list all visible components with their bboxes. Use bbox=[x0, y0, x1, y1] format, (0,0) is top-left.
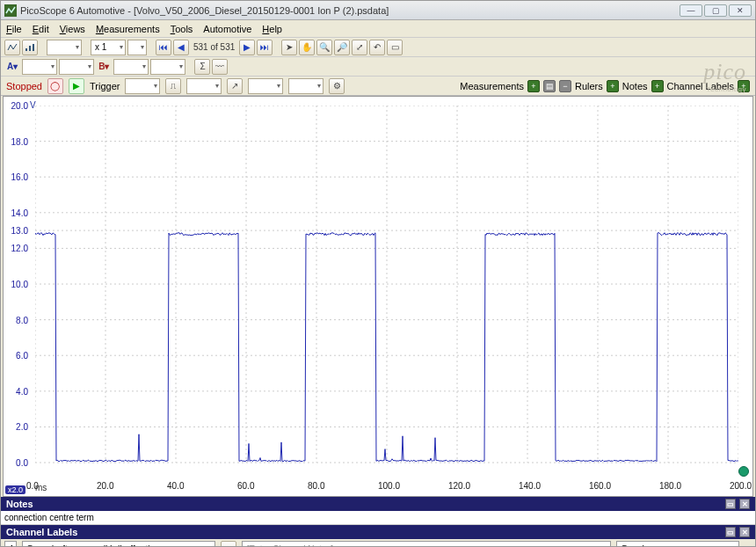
notes-panel-header: Notes ▭✕ bbox=[1, 497, 755, 511]
close-button[interactable]: ✕ bbox=[729, 4, 752, 17]
minimize-button[interactable]: — bbox=[680, 4, 702, 17]
ch-b-coupling-select[interactable] bbox=[150, 59, 185, 75]
y-tick: 14.0 bbox=[9, 208, 28, 218]
undo-zoom-icon[interactable]: ↶ bbox=[369, 40, 385, 55]
frame-counter: 531 of 531 bbox=[191, 42, 237, 52]
channel-toolbar: A▾ B▾ Σ 〰 bbox=[1, 57, 755, 77]
zoom-in-icon[interactable]: 🔍 bbox=[316, 40, 332, 55]
trigger-mode-select[interactable] bbox=[125, 78, 160, 94]
menu-tools[interactable]: Tools bbox=[171, 24, 193, 34]
x-tick: 40.0 bbox=[167, 481, 184, 491]
svg-rect-3 bbox=[33, 44, 34, 51]
notes-close-icon[interactable]: ✕ bbox=[739, 499, 750, 509]
zoom-out-icon[interactable]: 🔎 bbox=[334, 40, 350, 55]
trigger-source-select[interactable] bbox=[186, 78, 222, 94]
chlab-pin-icon[interactable]: ▭ bbox=[725, 527, 736, 537]
notes-text[interactable]: connection centre term bbox=[1, 511, 755, 525]
rulers-icon[interactable]: + bbox=[607, 80, 619, 92]
channel-labels-row: A Camshaft sensor (Hall effect)▾ ⋯ [Ente… bbox=[1, 539, 755, 547]
rulers-label: Rulers bbox=[575, 81, 603, 91]
menu-measurements[interactable]: Measurements bbox=[96, 24, 160, 34]
edit-measurement-icon[interactable]: ▤ bbox=[543, 80, 556, 92]
waveform-trace bbox=[35, 106, 738, 484]
y-tick: 8.0 bbox=[9, 316, 28, 325]
x-tick: 200.0 bbox=[730, 481, 752, 491]
y-tick: 4.0 bbox=[9, 387, 28, 397]
trigger-level-select[interactable] bbox=[248, 78, 283, 94]
y-tick: 16.0 bbox=[9, 172, 28, 182]
svg-rect-1 bbox=[25, 48, 27, 51]
y-tick: 0.0 bbox=[9, 458, 28, 468]
y-tick: 12.0 bbox=[9, 244, 28, 253]
samples-select[interactable] bbox=[127, 40, 147, 55]
trigger-pretrig-select[interactable] bbox=[288, 78, 323, 94]
menu-views[interactable]: Views bbox=[60, 24, 85, 34]
window-title: PicoScope 6 Automotive - [Volvo_V50_2006… bbox=[20, 5, 389, 16]
x-tick: 140.0 bbox=[519, 481, 541, 491]
notes-icon[interactable]: + bbox=[651, 80, 664, 92]
brand-logo: picoTechnology bbox=[703, 59, 746, 93]
channel-a-label[interactable]: A▾ bbox=[4, 62, 20, 71]
menubar: File Edit Views Measurements Tools Autom… bbox=[1, 20, 755, 38]
next-frame-icon[interactable]: ▶ bbox=[239, 40, 255, 55]
x-tick: 20.0 bbox=[97, 481, 113, 491]
trigger-rising-icon[interactable]: ↗ bbox=[227, 78, 243, 94]
menu-help[interactable]: Help bbox=[262, 24, 282, 34]
timebase-select[interactable] bbox=[47, 40, 82, 55]
channel-status-select[interactable]: Good▾ bbox=[616, 541, 739, 547]
channel-labels-title: Channel Labels bbox=[6, 527, 77, 537]
ch-a-coupling-select[interactable] bbox=[59, 59, 94, 75]
ref-channel-icon[interactable]: 〰 bbox=[212, 59, 228, 75]
prev-frame-icon[interactable]: ◀ bbox=[173, 40, 189, 55]
signal-mode-icon[interactable] bbox=[22, 40, 38, 55]
y-tick: 10.0 bbox=[9, 280, 28, 289]
notes-label: Notes bbox=[622, 81, 648, 91]
menu-automotive[interactable]: Automotive bbox=[203, 24, 251, 34]
channel-opts-icon[interactable]: ⋯ bbox=[221, 541, 236, 547]
main-toolbar: x 1 ⏮ ◀ 531 of 531 ▶ ⏭ ➤ ✋ 🔍 🔎 ⤢ ↶ ▭ bbox=[1, 38, 755, 57]
channel-letter: A bbox=[4, 541, 17, 547]
trigger-label: Trigger bbox=[90, 81, 120, 91]
maximize-button[interactable]: ▢ bbox=[704, 4, 727, 17]
x-tick: 0.0 bbox=[26, 481, 39, 491]
x-tick: 180.0 bbox=[659, 481, 681, 491]
y-tick: 6.0 bbox=[9, 351, 28, 361]
notes-panel-title: Notes bbox=[6, 499, 33, 509]
menu-file[interactable]: File bbox=[6, 24, 22, 34]
scope-mode-icon[interactable] bbox=[4, 40, 20, 55]
y-tick: 18.0 bbox=[9, 137, 28, 147]
scope-plot[interactable]: V x2.0 ms 0.02.04.06.08.010.012.013.014.… bbox=[3, 96, 753, 497]
time-marker-icon[interactable] bbox=[738, 466, 749, 477]
x-tick: 160.0 bbox=[589, 481, 611, 491]
hand-icon[interactable]: ✋ bbox=[299, 40, 315, 55]
pointer-icon[interactable]: ➤ bbox=[281, 40, 297, 55]
menu-edit[interactable]: Edit bbox=[33, 24, 49, 34]
ch-a-range-select[interactable] bbox=[22, 59, 57, 75]
channel-notes-input[interactable]: [Enter Channel Notes] bbox=[242, 541, 611, 547]
app-icon bbox=[4, 4, 17, 17]
x-tick: 80.0 bbox=[308, 481, 324, 491]
chlab-close-icon[interactable]: ✕ bbox=[739, 527, 750, 537]
del-measurement-icon[interactable]: − bbox=[559, 80, 571, 92]
channel-labels-header: Channel Labels ▭✕ bbox=[1, 525, 755, 539]
last-frame-icon[interactable]: ⏭ bbox=[257, 40, 273, 55]
stop-icon[interactable]: ◯ bbox=[47, 78, 63, 94]
ch-b-range-select[interactable] bbox=[113, 59, 149, 75]
y-tick: 20.0 bbox=[9, 101, 28, 111]
notes-pin-icon[interactable]: ▭ bbox=[725, 499, 736, 509]
trigger-adv-icon[interactable]: ⚙ bbox=[329, 78, 345, 94]
x-tick: 60.0 bbox=[237, 481, 254, 491]
math-channel-icon[interactable]: Σ bbox=[194, 59, 210, 75]
first-frame-icon[interactable]: ⏮ bbox=[156, 40, 171, 55]
x-scale-tag: x2.0 bbox=[5, 485, 25, 494]
measurements-label: Measurements bbox=[460, 81, 524, 91]
channel-b-label[interactable]: B▾ bbox=[96, 62, 112, 71]
zoom-select[interactable]: x 1 bbox=[91, 40, 126, 55]
trigger-edge-icon[interactable]: ⎍ bbox=[165, 78, 181, 94]
zoom-fit-icon[interactable]: ⤢ bbox=[352, 40, 367, 55]
add-measurement-icon[interactable]: + bbox=[527, 80, 540, 92]
marquee-icon[interactable]: ▭ bbox=[387, 40, 403, 55]
go-icon[interactable]: ▶ bbox=[69, 78, 84, 94]
x-tick: 100.0 bbox=[378, 481, 400, 491]
channel-name-select[interactable]: Camshaft sensor (Hall effect)▾ bbox=[22, 541, 215, 547]
